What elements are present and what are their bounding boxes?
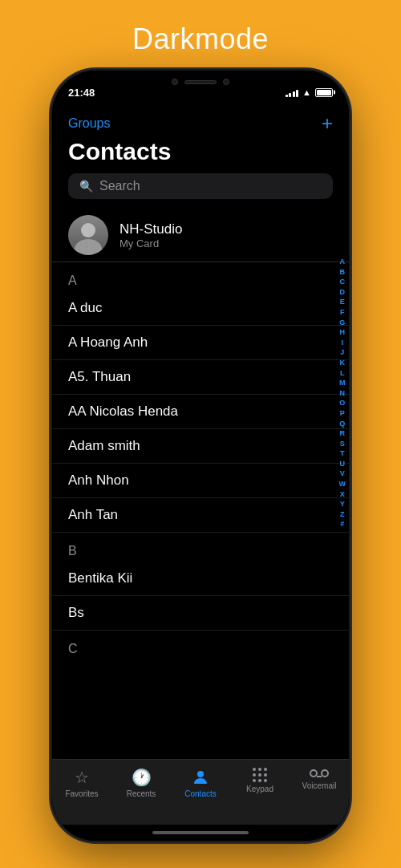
list-item[interactable]: Bentika Kii <box>52 562 349 596</box>
alpha-o[interactable]: O <box>339 398 345 408</box>
notch <box>144 71 257 93</box>
alpha-i[interactable]: I <box>341 338 343 348</box>
phone-screen: Groups + Contacts 🔍 Search NH-Studio My … <box>52 106 349 841</box>
alpha-r[interactable]: R <box>340 428 346 439</box>
list-item[interactable]: A5. Thuan <box>52 360 349 395</box>
alpha-k[interactable]: K <box>340 358 346 368</box>
favorites-icon: ☆ <box>75 768 89 787</box>
contact-list[interactable]: NH-Studio My Card A A duc A Hoang Anh A5… <box>52 209 349 759</box>
search-bar[interactable]: 🔍 Search <box>68 173 333 199</box>
tab-keypad[interactable]: Keypad <box>236 768 284 793</box>
notch-speaker <box>184 80 217 84</box>
tab-recents-label: Recents <box>127 789 156 798</box>
list-item[interactable]: AA Nicolas Henda <box>52 395 349 429</box>
contacts-icon <box>191 768 210 787</box>
alpha-hash[interactable]: # <box>340 519 344 529</box>
tab-contacts-label: Contacts <box>184 789 216 798</box>
alpha-t[interactable]: T <box>340 448 345 459</box>
alpha-e[interactable]: E <box>340 297 345 307</box>
app-header: Groups + Contacts 🔍 Search <box>52 106 349 209</box>
home-indicator <box>52 825 349 841</box>
list-item[interactable]: Anh Nhon <box>52 464 349 498</box>
alpha-f[interactable]: F <box>340 307 345 318</box>
voicemail-icon <box>310 768 329 779</box>
alpha-g[interactable]: G <box>339 318 345 328</box>
section-header-a: A <box>52 262 349 291</box>
status-icons: ▲ <box>286 87 333 97</box>
status-time: 21:48 <box>68 87 95 99</box>
svg-point-2 <box>322 770 328 777</box>
battery-fill <box>317 90 331 95</box>
tab-favorites[interactable]: ☆ Favorites <box>58 768 106 798</box>
tab-contacts[interactable]: Contacts <box>176 768 225 798</box>
battery-icon <box>315 88 333 97</box>
tab-recents[interactable]: 🕐 Recents <box>117 768 165 798</box>
my-card-name: NH-Studio <box>119 221 182 237</box>
alpha-s[interactable]: S <box>340 439 345 449</box>
tab-voicemail[interactable]: Voicemail <box>295 768 343 790</box>
list-item[interactable]: A duc <box>52 291 349 326</box>
groups-button[interactable]: Groups <box>68 116 110 131</box>
recents-icon: 🕐 <box>132 768 152 787</box>
alpha-z[interactable]: Z <box>340 509 345 520</box>
alpha-m[interactable]: M <box>339 378 346 388</box>
alpha-d[interactable]: D <box>340 287 346 298</box>
status-bar: 21:48 ▲ <box>52 71 349 106</box>
alpha-j[interactable]: J <box>340 347 344 358</box>
add-contact-button[interactable]: + <box>322 112 333 135</box>
search-placeholder: Search <box>99 179 140 193</box>
alpha-n[interactable]: N <box>340 388 346 399</box>
tab-favorites-label: Favorites <box>65 789 98 798</box>
list-item[interactable]: Anh Tan <box>52 498 349 533</box>
alpha-w[interactable]: W <box>339 479 346 489</box>
svg-point-0 <box>197 771 204 777</box>
search-icon: 🔍 <box>79 180 93 193</box>
alpha-b[interactable]: B <box>340 267 346 278</box>
alpha-x[interactable]: X <box>340 489 345 500</box>
my-card-label: My Card <box>119 237 182 249</box>
section-header-b: B <box>52 533 349 562</box>
page-title: Darkmode <box>132 22 269 56</box>
tab-keypad-label: Keypad <box>246 785 273 793</box>
svg-point-1 <box>310 770 317 777</box>
alpha-h[interactable]: H <box>340 327 346 338</box>
contacts-title: Contacts <box>68 138 333 165</box>
alpha-c[interactable]: C <box>340 277 346 287</box>
alphabet-index[interactable]: A B C D E F G H I J K L M N O P Q R S T <box>339 257 346 529</box>
avatar <box>68 215 108 255</box>
alpha-y[interactable]: Y <box>340 499 345 509</box>
keypad-icon <box>253 768 267 782</box>
wifi-icon: ▲ <box>302 87 311 97</box>
tab-voicemail-label: Voicemail <box>302 781 337 790</box>
list-item[interactable]: Adam smith <box>52 429 349 464</box>
alpha-p[interactable]: P <box>340 408 345 419</box>
notch-camera <box>172 79 178 85</box>
notch-sensor <box>223 79 229 85</box>
my-card-info: NH-Studio My Card <box>119 221 182 249</box>
alpha-l[interactable]: L <box>340 368 345 379</box>
alpha-u[interactable]: U <box>340 459 346 469</box>
header-nav: Groups + <box>68 112 333 135</box>
alpha-v[interactable]: V <box>340 468 345 479</box>
avatar-image <box>68 215 108 255</box>
phone-shell: 21:48 ▲ Groups + Contac <box>52 71 349 841</box>
section-header-c: C <box>52 631 349 659</box>
alpha-a[interactable]: A <box>340 257 346 267</box>
home-bar <box>152 831 249 834</box>
list-item[interactable]: A Hoang Anh <box>52 326 349 360</box>
signal-icon <box>286 88 299 97</box>
tab-bar: ☆ Favorites 🕐 Recents Contacts <box>52 759 349 825</box>
my-card-row[interactable]: NH-Studio My Card <box>52 209 349 262</box>
alpha-q[interactable]: Q <box>339 419 345 429</box>
list-item[interactable]: Bs <box>52 596 349 631</box>
